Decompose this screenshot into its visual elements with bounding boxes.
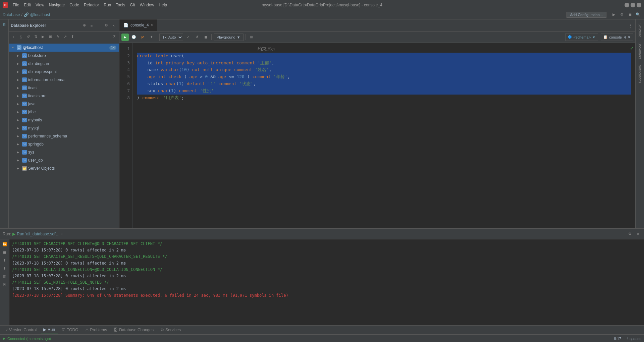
filter-button[interactable]: ⊼ [111,34,118,40]
tree-node-springdb[interactable]: ▶ DB springdb [9,140,119,148]
close-button[interactable]: × [637,3,641,7]
tree-node-information-schema[interactable]: ▶ DB information_schema [9,76,119,84]
footer-tab-version-control[interactable]: ⑂ Version Control [3,326,39,334]
grid-button[interactable]: ⊞ [248,34,255,41]
refresh-button[interactable]: ↺ [25,34,32,40]
minimize-button[interactable]: − [625,3,629,7]
notifications-panel-label[interactable]: Notifications [637,62,643,86]
run-query-button[interactable]: ▶ [121,34,129,41]
tab-more-button[interactable]: ⋮ [626,23,635,28]
code-line-6[interactable]: status char(1) default '1' comment '状态', [137,80,631,88]
menu-item-navigate[interactable]: Navigate [47,2,67,8]
code-line-5[interactable]: age int check ( age > 0 && age <= 120 ) … [137,73,631,80]
cursor-position: 8:17 [614,337,621,341]
bookmarks-panel-label[interactable]: Bookmarks [637,40,643,62]
breadcrumb-database[interactable]: Database [3,12,20,17]
run-close-button[interactable]: × [61,232,62,236]
new-query-button[interactable]: + [10,34,17,40]
more-options-button[interactable]: ⋯ [96,22,102,29]
debug-button[interactable]: ⚙ [619,11,625,18]
tab-close-button[interactable]: × [151,23,153,27]
scroll-top-button[interactable]: ⬆ [1,257,8,264]
maximize-button[interactable]: □ [631,3,635,7]
menu-item-window[interactable]: Window [138,2,156,8]
settings-button[interactable]: ⚙ [103,22,110,29]
structure-panel-label[interactable]: Structure [637,21,643,40]
export-button[interactable]: ⬆ [69,34,76,40]
code-content[interactable]: -- -------------------------------------… [133,43,635,228]
code-editor[interactable]: 12345678 -- ----------------------------… [119,43,635,228]
tree-node-db-dingcan[interactable]: ▶ DB db_dingcan [9,60,119,68]
history-button[interactable]: 🕐 [130,34,138,41]
db-schema-icon: DB [22,77,27,82]
tree-node-db-expressprint[interactable]: ▶ DB db_expressprint [9,68,119,76]
tab-console4[interactable]: 📄 console_4 × [119,19,157,31]
run-script-button[interactable]: ▶ [40,34,46,40]
code-line-7[interactable]: sex char(1) comment '性别' [137,88,631,95]
schema-select[interactable]: 🔷 <schema> ▼ [565,34,598,41]
code-line-4[interactable]: name varchar(10) not null unique comment… [137,66,631,73]
tree-node-localhost[interactable]: ▼ ⬡ @localhost 14 [9,44,119,52]
menu-item-code[interactable]: Code [67,2,81,8]
tree-node-user-db[interactable]: ▶ DB user_db [9,156,119,164]
db-explorer-sidebar-icon[interactable]: 🗄 [1,21,8,28]
run-file-name[interactable]: Run 'all_database.sql'... [17,232,59,236]
format-button[interactable]: ✦ [148,34,155,41]
menu-item-run[interactable]: Run [102,2,113,8]
footer-tab-problems[interactable]: ⚠ Problems [83,326,110,334]
menu-item-view[interactable]: View [34,2,46,8]
tree-node-performance-schema[interactable]: ▶ DB performance_schema [9,132,119,140]
clear-output-button[interactable]: 🗑 [1,273,8,280]
menu-item-git[interactable]: Git [128,2,137,8]
tree-node-sys[interactable]: ▶ DB sys [9,148,119,156]
search-everywhere-button[interactable]: 🔍 [635,11,641,18]
close-panel-button[interactable]: × [110,22,117,29]
console-select[interactable]: 📋 console_4 ▼ [601,34,633,41]
add-datasource-button[interactable]: ⊕ [81,22,88,29]
edit-button[interactable]: ✎ [54,34,61,40]
bottom-settings-button[interactable]: ⚙ [627,231,633,237]
commit-button[interactable]: ✓ [184,34,192,41]
breadcrumb-host[interactable]: @localhost [30,12,50,17]
tx-mode-select[interactable]: Tx: Auto [159,34,183,41]
tree-node-itcast[interactable]: ▶ DB itcast [9,84,119,92]
menu-item-edit[interactable]: Edit [22,2,33,8]
jump-button[interactable]: ↗ [62,34,68,40]
menu-item-help[interactable]: Help [157,2,169,8]
tree-node-bookstore[interactable]: ▶ DB bookstore [9,52,119,60]
footer-tab-run[interactable]: ▶ Run [41,326,58,334]
rerun-button[interactable]: ⏩ [1,241,8,247]
code-line-3[interactable]: id int primary key auto_increment commen… [137,60,631,67]
tree-node-java[interactable]: ▶ DB java [9,100,119,108]
footer-tab-services[interactable]: ⚙ Services [158,326,183,334]
stop-output-button[interactable]: ◼ [1,249,8,255]
run-config-button[interactable]: ▶ [610,11,617,18]
add-config-button[interactable]: Add Configuration... [567,12,606,18]
bottom-close-button[interactable]: × [635,231,641,237]
run-stop-button[interactable]: ◼ [627,11,633,18]
tree-node-itcaststore[interactable]: ▶ DB itcaststore [9,92,119,100]
tree-node-mybatis[interactable]: ▶ DB mybatis [9,116,119,124]
rollback-button[interactable]: ↺ [193,34,201,41]
collapse-all-button[interactable]: ≡ [88,22,95,29]
menu-item-tools[interactable]: Tools [114,2,127,8]
menu-item-refactor[interactable]: Refactor [82,2,101,8]
tree-node-mysql[interactable]: ▶ DB mysql [9,124,119,132]
tree-node-server-objects[interactable]: ▶ 📁 Server Objects [9,164,119,172]
scroll-bottom-button[interactable]: ⬇ [1,265,8,272]
sync-button[interactable]: ⇅ [32,34,39,40]
footer-tab-todo[interactable]: ☑ TODO [59,326,81,334]
menu-item-file[interactable]: File [11,2,21,8]
copy-button[interactable]: ⎘ [17,34,24,40]
playground-button[interactable]: Playground ▼ [214,34,244,41]
tree-node-jdbc[interactable]: ▶ DB jdbc [9,108,119,116]
punctuation: , [269,67,272,72]
pin-button[interactable]: P [139,34,146,41]
code-line-2[interactable]: create table user( [137,53,631,60]
stop-button[interactable]: ◼ [202,34,209,41]
copy-output-button[interactable]: ⎘ [1,281,8,288]
code-line-1[interactable]: -- -------------------------------------… [137,46,631,53]
code-line-8[interactable]: ) comment '用户表'; [137,95,631,102]
footer-tab-database-changes[interactable]: 🗄 Database Changes [111,326,156,334]
table-view-button[interactable]: ⊞ [47,34,54,40]
